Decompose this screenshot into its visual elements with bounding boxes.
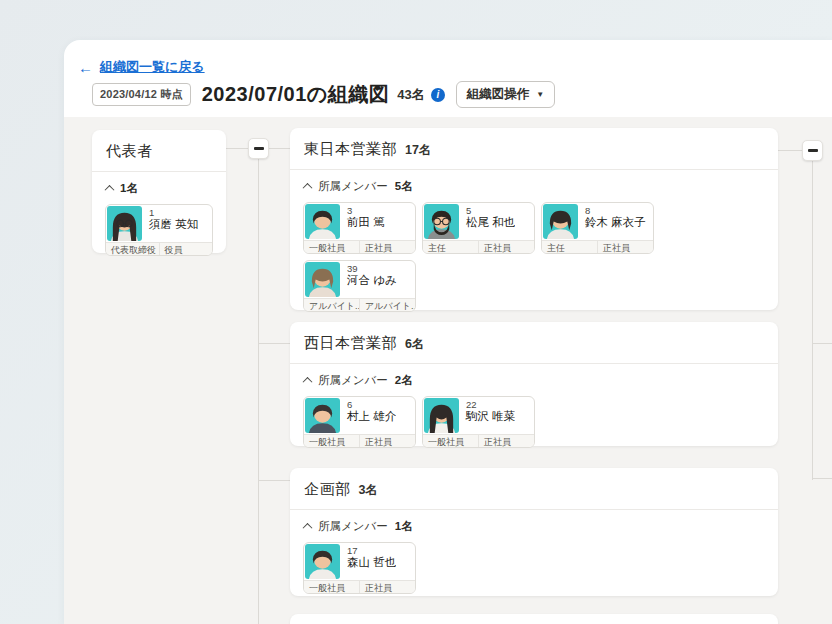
connector-line [812,478,832,479]
member-cards: 6村上 雄介一般社員正社員 22駒沢 唯菜一般社員正社員 [290,392,778,448]
member-cards: 3前田 篤一般社員正社員 5松尾 和也主任正社員 8鈴木 麻衣子主任正社員 39… [290,198,778,312]
back-row: ← 組織図一覧に戻る [78,58,205,76]
department-panel: 西日本営業部6名所属メンバー2名 6村上 雄介一般社員正社員 22駒沢 唯菜一般… [290,322,778,446]
member-card[interactable]: 39河合 ゆみアルバイト...アルバイト... [303,260,416,312]
department-panel-partial [290,614,778,624]
collapse-members-toggle[interactable]: 1名 [92,172,226,200]
panel-title: 西日本営業部 [304,334,397,353]
member-id: 22 [466,399,515,410]
department-panel: 東日本営業部17名所属メンバー5名 3前田 篤一般社員正社員 5松尾 和也主任正… [290,128,778,310]
member-card[interactable]: 1須磨 英知代表取締役役員 [105,204,213,256]
member-id: 8 [585,205,646,216]
connector-line [812,343,832,344]
member-name: 松尾 和也 [466,216,515,229]
member-tag: 正社員 [597,241,653,254]
title-row: 2023/04/12 時点 2023/07/01の組織図 43名 i 組織図操作… [92,81,555,108]
member-tag: 代表取締役 [106,243,159,256]
collapse-node-button[interactable] [248,138,269,159]
member-photo [424,204,459,239]
panel-title: 代表者 [106,142,153,161]
back-arrow-icon: ← [78,60,93,75]
panel-header: 企画部3名 [290,468,778,510]
panel-title: 企画部 [304,480,351,499]
page-title: 2023/07/01の組織図 [202,81,390,108]
member-tag: 主任 [423,241,478,254]
member-id: 1 [149,207,198,218]
member-id: 5 [466,205,515,216]
org-chart-actions-button[interactable]: 組織図操作 ▼ [456,81,555,108]
connector-line [812,160,813,480]
members-count: 2名 [395,373,413,388]
member-tag: 一般社員 [304,241,359,254]
connector-line [258,480,290,481]
minus-icon [808,149,818,152]
member-photo [424,398,459,433]
page-header: ← 組織図一覧に戻る 2023/04/12 時点 2023/07/01の組織図 … [64,40,832,117]
member-photo [305,262,340,297]
chevron-up-icon [303,377,313,387]
member-tag: 正社員 [359,435,415,448]
chevron-up-icon [303,523,313,533]
member-tags: 一般社員正社員 [304,240,415,254]
member-name: 前田 篤 [347,216,385,229]
member-cards: 17森山 哲也一般社員正社員 [290,538,778,594]
collapse-members-toggle[interactable]: 所属メンバー1名 [290,510,778,538]
chevron-up-icon [303,183,313,193]
member-card[interactable]: 6村上 雄介一般社員正社員 [303,396,416,448]
panel-member-count: 17名 [405,142,431,159]
member-tag: 正社員 [359,241,415,254]
member-photo [305,544,340,579]
member-id: 39 [347,263,397,274]
connector-line [258,343,290,344]
member-card[interactable]: 22駒沢 唯菜一般社員正社員 [422,396,535,448]
member-cards: 1須磨 英知代表取締役役員 [92,200,226,256]
member-card[interactable]: 3前田 篤一般社員正社員 [303,202,416,254]
member-tag: 一般社員 [304,581,359,594]
connector-line [258,158,259,624]
member-tag: 正社員 [359,581,415,594]
panel-member-count: 6名 [405,336,424,353]
member-card[interactable]: 17森山 哲也一般社員正社員 [303,542,416,594]
members-count: 5名 [395,179,413,194]
members-label: 所属メンバー [318,519,388,534]
panel-header: 西日本営業部6名 [290,322,778,364]
info-icon[interactable]: i [431,88,445,102]
minus-icon [254,147,264,150]
collapse-members-toggle[interactable]: 所属メンバー2名 [290,364,778,392]
total-member-count: 43名 [397,86,424,104]
panel-header: 代表者 [92,130,226,172]
panel-member-count: 3名 [359,482,378,499]
members-count: 1名 [395,519,413,534]
panel-header: 東日本営業部17名 [290,128,778,170]
member-card[interactable]: 5松尾 和也主任正社員 [422,202,535,254]
member-photo [305,204,340,239]
org-chart-page: ← 組織図一覧に戻る 2023/04/12 時点 2023/07/01の組織図 … [64,40,832,624]
member-name: 村上 雄介 [347,410,396,423]
member-id: 6 [347,399,396,410]
chevron-down-icon: ▼ [536,90,544,99]
representative-panel: 代表者1名 1須磨 英知代表取締役役員 [92,130,226,253]
members-count: 1名 [120,181,138,196]
member-tag: 一般社員 [423,435,478,448]
collapse-node-button[interactable] [802,140,823,161]
member-tag: 主任 [542,241,597,254]
chevron-up-icon [105,185,115,195]
member-tags: 一般社員正社員 [423,434,534,448]
org-chart-canvas[interactable]: 代表者1名 1須磨 英知代表取締役役員東日本営業部17名所属メンバー5名 3前田… [64,117,832,624]
member-tag: 役員 [159,243,213,256]
back-to-org-list-link[interactable]: 組織図一覧に戻る [100,58,205,76]
member-tags: アルバイト...アルバイト... [304,298,415,312]
member-tags: 代表取締役役員 [106,242,212,256]
member-tag: アルバイト... [304,299,359,312]
member-tag: 一般社員 [304,435,359,448]
app-screen: ← 組織図一覧に戻る 2023/04/12 時点 2023/07/01の組織図 … [0,0,832,624]
member-tags: 一般社員正社員 [304,580,415,594]
member-card[interactable]: 8鈴木 麻衣子主任正社員 [541,202,654,254]
member-tag: 正社員 [478,435,534,448]
member-tags: 主任正社員 [423,240,534,254]
member-photo [305,398,340,433]
org-chart-actions-label: 組織図操作 [467,86,530,103]
panel-title: 東日本営業部 [304,140,397,159]
collapse-members-toggle[interactable]: 所属メンバー5名 [290,170,778,198]
member-name: 森山 哲也 [347,556,396,569]
